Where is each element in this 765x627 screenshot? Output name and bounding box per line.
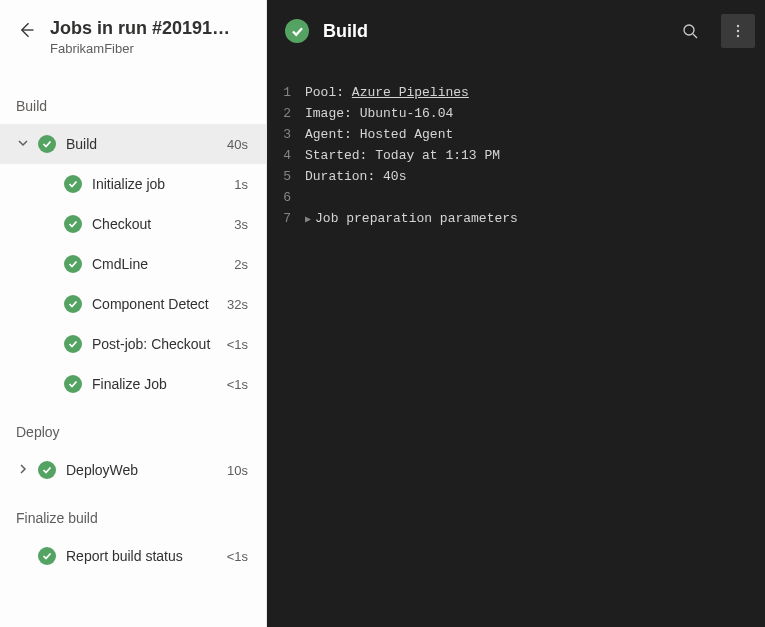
job-name: DeployWeb xyxy=(66,462,221,478)
job-row-report-build-status[interactable]: Report build status <1s xyxy=(0,536,266,576)
step-name: Post-job: Checkout xyxy=(92,336,221,352)
svg-point-2 xyxy=(737,30,739,32)
step-duration: 1s xyxy=(234,177,248,192)
log-line-foldable[interactable]: 7 ▶Job preparation parameters xyxy=(267,208,765,230)
success-icon xyxy=(38,135,56,153)
log-fold-label: Job preparation parameters xyxy=(315,211,518,226)
success-icon xyxy=(64,175,82,193)
svg-point-1 xyxy=(737,25,739,27)
success-icon xyxy=(64,335,82,353)
log-key: Pool: xyxy=(305,85,344,100)
success-icon xyxy=(64,255,82,273)
log-line: 1 Pool: Azure Pipelines xyxy=(267,82,765,103)
stage-label: Deploy xyxy=(0,404,266,450)
step-name: CmdLine xyxy=(92,256,228,272)
search-button[interactable] xyxy=(673,14,707,48)
sidebar-header: Jobs in run #20191… FabrikamFiber xyxy=(0,0,266,62)
log-title: Build xyxy=(323,21,659,42)
step-row[interactable]: Component Detect 32s xyxy=(0,284,266,324)
success-icon xyxy=(38,547,56,565)
success-icon xyxy=(38,461,56,479)
line-number: 4 xyxy=(267,145,305,166)
svg-point-0 xyxy=(684,25,694,35)
job-duration: 10s xyxy=(227,463,248,478)
log-value: Ubuntu-16.04 xyxy=(360,106,454,121)
success-icon xyxy=(64,375,82,393)
job-row-deployweb[interactable]: DeployWeb 10s xyxy=(0,450,266,490)
step-duration: <1s xyxy=(227,337,248,352)
step-name: Finalize Job xyxy=(92,376,221,392)
fold-caret-icon[interactable]: ▶ xyxy=(305,209,311,230)
step-duration: 3s xyxy=(234,217,248,232)
line-number: 2 xyxy=(267,103,305,124)
line-number: 7 xyxy=(267,208,305,230)
back-arrow-icon[interactable] xyxy=(16,18,36,45)
step-duration: <1s xyxy=(227,377,248,392)
step-name: Component Detect xyxy=(92,296,221,312)
step-row[interactable]: Initialize job 1s xyxy=(0,164,266,204)
job-duration: <1s xyxy=(227,549,248,564)
success-icon xyxy=(64,215,82,233)
job-row-build[interactable]: Build 40s xyxy=(0,124,266,164)
log-value: Hosted Agent xyxy=(360,127,454,142)
job-name: Build xyxy=(66,136,221,152)
log-pane: Build 1 Pool: Azure Pipelines 2 Image: U… xyxy=(267,0,765,627)
success-icon xyxy=(285,19,309,43)
step-name: Checkout xyxy=(92,216,228,232)
svg-point-3 xyxy=(737,35,739,37)
step-duration: 2s xyxy=(234,257,248,272)
log-line: 3 Agent: Hosted Agent xyxy=(267,124,765,145)
step-row[interactable]: Finalize Job <1s xyxy=(0,364,266,404)
log-key: Image: xyxy=(305,106,352,121)
log-line: 5 Duration: 40s xyxy=(267,166,765,187)
stage-label: Finalize build xyxy=(0,490,266,536)
line-number: 6 xyxy=(267,187,305,208)
step-row[interactable]: Post-job: Checkout <1s xyxy=(0,324,266,364)
sidebar: Jobs in run #20191… FabrikamFiber Build … xyxy=(0,0,267,627)
line-number: 1 xyxy=(267,82,305,103)
log-line: 6 xyxy=(267,187,765,208)
log-line: 2 Image: Ubuntu-16.04 xyxy=(267,103,765,124)
log-header: Build xyxy=(267,0,765,62)
pool-link[interactable]: Azure Pipelines xyxy=(352,85,469,100)
stage-label: Build xyxy=(0,62,266,124)
more-options-button[interactable] xyxy=(721,14,755,48)
job-duration: 40s xyxy=(227,137,248,152)
step-name: Initialize job xyxy=(92,176,228,192)
log-value: Today at 1:13 PM xyxy=(375,148,500,163)
line-number: 5 xyxy=(267,166,305,187)
step-row[interactable]: CmdLine 2s xyxy=(0,244,266,284)
step-row[interactable]: Checkout 3s xyxy=(0,204,266,244)
log-body[interactable]: 1 Pool: Azure Pipelines 2 Image: Ubuntu-… xyxy=(267,62,765,230)
chevron-down-icon[interactable] xyxy=(18,138,32,150)
chevron-right-icon[interactable] xyxy=(18,464,32,476)
log-key: Duration: xyxy=(305,169,375,184)
success-icon xyxy=(64,295,82,313)
line-number: 3 xyxy=(267,124,305,145)
log-key: Agent: xyxy=(305,127,352,142)
step-duration: 32s xyxy=(227,297,248,312)
log-key: Started: xyxy=(305,148,367,163)
breadcrumb-project[interactable]: FabrikamFiber xyxy=(50,41,250,56)
job-name: Report build status xyxy=(66,548,221,564)
log-line: 4 Started: Today at 1:13 PM xyxy=(267,145,765,166)
page-title: Jobs in run #20191… xyxy=(50,18,235,39)
log-value: 40s xyxy=(383,169,406,184)
